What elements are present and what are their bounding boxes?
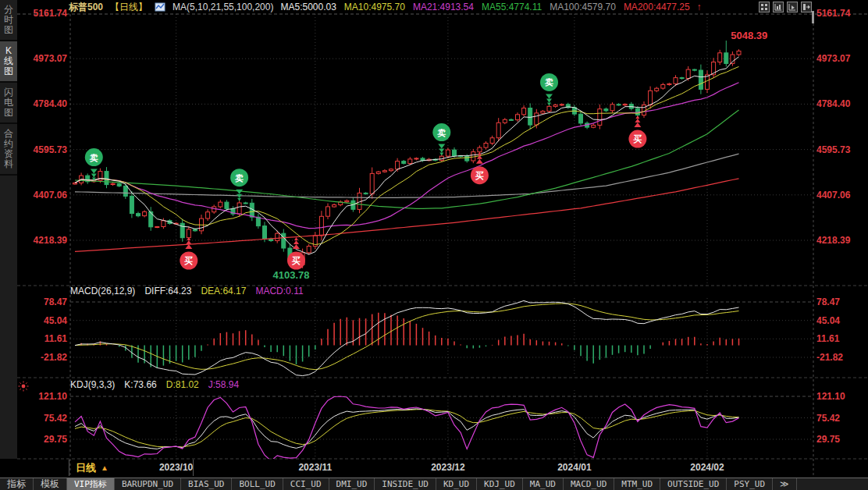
tab-PSY_UD[interactable]: PSY_UD: [727, 478, 773, 490]
sidebar-item-合约资料[interactable]: 合 约 资 料: [0, 124, 17, 176]
tab-KD_UD[interactable]: KD_UD: [436, 478, 477, 490]
ma100-line: [75, 154, 739, 197]
period-up-arrow-icon: ▲: [101, 463, 108, 472]
tab-模板[interactable]: 模板: [34, 478, 67, 490]
price-axis-label-left: 4218.39: [19, 235, 67, 246]
tab-指标[interactable]: 指标: [0, 478, 34, 490]
header-ma200-value: MA200:4477.25: [624, 2, 690, 12]
macd-axis-label-left: 11.61: [19, 333, 67, 344]
x-axis-label-2024/01: 2024/01: [557, 462, 591, 473]
tab-BIAS_UD[interactable]: BIAS_UD: [181, 478, 232, 490]
candlestick-series: [73, 41, 742, 268]
macd-axis-label-right: 11.61: [816, 333, 866, 344]
trade-signals: 卖卖卖卖买买买买: [85, 73, 647, 270]
macd-axis-label-right: -21.82: [816, 352, 866, 363]
price-axis-label-right: 4784.40: [816, 98, 866, 109]
ma5-line: [75, 57, 739, 254]
kdj-title: KDJ(9,3,3): [70, 379, 115, 392]
kdj-axis-label-left: 75.42: [19, 413, 67, 424]
buy-signal-marker: 买: [180, 237, 197, 270]
macd-bar-value: MACD:0.11: [255, 286, 303, 298]
sidebar-item-分时图[interactable]: 分 时 图: [0, 0, 17, 41]
x-axis-label-2024/02: 2024/02: [690, 462, 724, 473]
svg-text:卖: 卖: [545, 77, 553, 87]
sidebar-item-闪电图[interactable]: 闪 电 图: [0, 83, 17, 124]
tab-MA_UD[interactable]: MA_UD: [523, 478, 564, 490]
indicator-tab-bar: 指标模板VIP指标BARUPDN_UDBIAS_UDBOLL_UDCCI_UDD…: [0, 478, 868, 490]
tab-OUTSIDE_UD[interactable]: OUTSIDE_UD: [660, 478, 727, 490]
kdj-d-line: [75, 410, 739, 447]
indicator-next-icon[interactable]: [787, 2, 798, 12]
diff-line: [75, 300, 739, 375]
header-ma100-value: MA100:4579.70: [550, 2, 616, 12]
split-grid-icon[interactable]: [759, 2, 770, 12]
tab-BARUPDN_UD[interactable]: BARUPDN_UD: [115, 478, 181, 490]
price-axis-label-left: 4595.73: [19, 144, 67, 155]
macd-axis-label-left: 78.47: [19, 296, 67, 307]
macd-axis-label-left: -21.82: [19, 352, 67, 363]
kdj-indicator-header: KDJ(9,3,3) K:73.66 D:81.02 J:58.94: [70, 379, 239, 392]
svg-text:买: 买: [475, 171, 484, 180]
period-selector[interactable]: 日线 ▲: [69, 460, 194, 476]
symbol-title: 标普500: [69, 1, 103, 14]
header-ma10-value: MA10:4975.70: [344, 2, 405, 12]
x-axis-label-2023/11: 2023/11: [298, 462, 332, 473]
svg-text:买: 买: [632, 134, 642, 144]
low-price-label: 4103.78: [273, 269, 310, 281]
tab-VIP指标[interactable]: VIP指标: [67, 478, 115, 490]
ma10-line: [75, 66, 739, 244]
tab-INSIDE_UD[interactable]: INSIDE_UD: [375, 478, 436, 490]
kline-chart-canvas: 卖卖卖卖买买买买5048.394103.78: [0, 0, 868, 490]
price-axis-label-left: 4973.07: [19, 53, 67, 64]
svg-text:买: 买: [291, 256, 301, 265]
tab-MTM_UD[interactable]: MTM_UD: [614, 478, 660, 490]
kdj-axis-label-right: 29.75: [816, 434, 866, 445]
trend-up-arrow-icon: ↑: [697, 2, 702, 12]
kdj-axis-label-left: 29.75: [19, 434, 67, 445]
tab-DMI_UD[interactable]: DMI_UD: [329, 478, 375, 490]
price-axis-label-right: 4973.07: [816, 53, 866, 64]
header-ma21-value: MA21:4913.54: [413, 2, 474, 12]
buy-signal-marker: 买: [628, 115, 646, 148]
exit-panel-icon[interactable]: [801, 2, 812, 12]
kdj-axis-label-left: 121.10: [19, 391, 67, 402]
period-selector-label: 日线: [76, 461, 96, 475]
ma-settings-label: MA(5,10,21,55,100,200): [173, 2, 273, 12]
indicator-prev-icon[interactable]: [773, 2, 784, 12]
kdj-k-value: K:73.66: [124, 379, 156, 392]
tab-KDJ_UD[interactable]: KDJ_UD: [477, 478, 523, 490]
panel-borders: [17, 11, 868, 476]
more-tabs-chevron[interactable]: ≫: [773, 478, 797, 490]
kdj-d-value: D:81.02: [166, 379, 199, 392]
price-axis-label-left: 4407.06: [19, 190, 67, 201]
overlay-chart-icon[interactable]: [155, 2, 165, 12]
macd-axis-label-left: 45.04: [19, 315, 67, 326]
macd-axis-label-right: 78.47: [816, 296, 866, 307]
svg-text:买: 买: [183, 256, 193, 265]
price-axis-label-right: 4218.39: [816, 235, 866, 246]
tab-MACD_UD[interactable]: MACD_UD: [564, 478, 614, 490]
ma-values: MA5:5000.03MA10:4975.70MA21:4913.54MA55:…: [280, 2, 689, 12]
sell-signal-marker: 卖: [540, 73, 558, 105]
price-axis-label-right: 4595.73: [816, 144, 866, 155]
macd-dea-value: DEA:64.17: [201, 286, 246, 298]
tab-CCI_UD[interactable]: CCI_UD: [283, 478, 329, 490]
kdj-j-value: J:58.94: [208, 379, 239, 392]
macd-title: MACD(26,12,9): [70, 286, 135, 298]
kdj-k-line: [75, 409, 739, 449]
indicator-alert-icon[interactable]: [18, 381, 29, 392]
chart-header: 标普500 【日线】 MA(5,10,21,55,100,200) MA5:50…: [17, 0, 868, 14]
sidebar-item-K线图[interactable]: K 线 图: [0, 41, 17, 83]
macd-series: [75, 300, 739, 375]
svg-text:卖: 卖: [235, 173, 244, 183]
kdj-axis-label-right: 121.10: [816, 391, 866, 402]
tab-BOLL_UD[interactable]: BOLL_UD: [232, 478, 283, 490]
macd-indicator-header: MACD(26,12,9) DIFF:64.23 DEA:64.17 MACD:…: [70, 286, 304, 298]
period-tag: 【日线】: [110, 1, 148, 14]
trading-app-window: 分 时 图K 线 图闪 电 图合 约 资 料 标普500 【日线】 MA(5,1…: [0, 0, 868, 490]
price-axis-label-right: 4407.06: [816, 190, 866, 201]
svg-text:卖: 卖: [437, 128, 446, 137]
x-axis-label-2023/12: 2023/12: [431, 462, 464, 473]
chart-type-sidebar: 分 时 图K 线 图闪 电 图合 约 资 料: [0, 0, 17, 459]
header-toolbar: [759, 2, 812, 12]
